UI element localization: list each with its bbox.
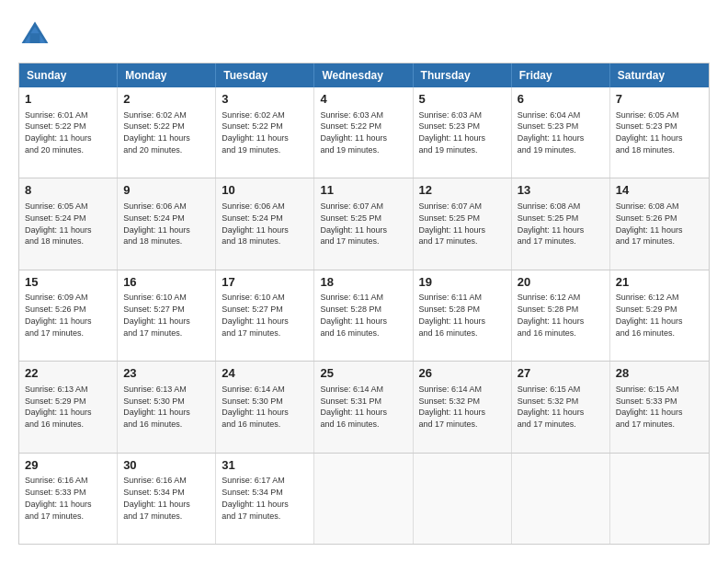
day-number: 30 (123, 457, 210, 474)
day-number: 15 (25, 274, 111, 291)
day-number: 10 (222, 182, 308, 199)
day-number: 24 (222, 365, 308, 382)
calendar-cell: 1Sunrise: 6:01 AM Sunset: 5:22 PM Daylig… (19, 87, 118, 178)
day-number: 9 (123, 182, 210, 199)
calendar-cell: 18Sunrise: 6:11 AM Sunset: 5:28 PM Dayli… (314, 270, 413, 361)
empty-cell (314, 454, 413, 544)
day-info: Sunrise: 6:16 AM Sunset: 5:33 PM Dayligh… (25, 476, 92, 520)
calendar-cell: 4Sunrise: 6:03 AM Sunset: 5:22 PM Daylig… (314, 87, 413, 178)
empty-cell (512, 454, 610, 544)
day-number: 27 (518, 365, 604, 382)
day-info: Sunrise: 6:06 AM Sunset: 5:24 PM Dayligh… (222, 201, 289, 246)
calendar-cell: 12Sunrise: 6:07 AM Sunset: 5:25 PM Dayli… (414, 178, 512, 269)
calendar-row: 1Sunrise: 6:01 AM Sunset: 5:22 PM Daylig… (19, 87, 709, 178)
svg-rect-2 (30, 33, 40, 43)
calendar-cell: 25Sunrise: 6:14 AM Sunset: 5:31 PM Dayli… (314, 362, 413, 452)
day-number: 25 (320, 365, 406, 382)
day-info: Sunrise: 6:15 AM Sunset: 5:32 PM Dayligh… (518, 385, 585, 429)
day-info: Sunrise: 6:07 AM Sunset: 5:25 PM Dayligh… (419, 201, 486, 246)
day-number: 17 (222, 274, 308, 291)
day-info: Sunrise: 6:02 AM Sunset: 5:22 PM Dayligh… (123, 110, 190, 155)
day-number: 20 (518, 274, 604, 291)
header-day: Thursday (414, 63, 512, 87)
calendar-cell: 21Sunrise: 6:12 AM Sunset: 5:29 PM Dayli… (610, 270, 709, 361)
day-info: Sunrise: 6:02 AM Sunset: 5:22 PM Dayligh… (222, 110, 289, 155)
day-number: 5 (419, 91, 506, 108)
day-number: 26 (419, 365, 506, 382)
day-info: Sunrise: 6:11 AM Sunset: 5:28 PM Dayligh… (419, 293, 486, 337)
calendar-cell: 3Sunrise: 6:02 AM Sunset: 5:22 PM Daylig… (216, 87, 314, 178)
calendar-cell: 13Sunrise: 6:08 AM Sunset: 5:25 PM Dayli… (512, 178, 610, 269)
day-info: Sunrise: 6:07 AM Sunset: 5:25 PM Dayligh… (320, 201, 387, 246)
day-info: Sunrise: 6:12 AM Sunset: 5:29 PM Dayligh… (616, 293, 683, 337)
day-number: 29 (25, 457, 111, 474)
day-number: 7 (616, 91, 703, 108)
day-info: Sunrise: 6:06 AM Sunset: 5:24 PM Dayligh… (123, 201, 190, 246)
day-info: Sunrise: 6:05 AM Sunset: 5:24 PM Dayligh… (25, 201, 92, 246)
calendar-row: 22Sunrise: 6:13 AM Sunset: 5:29 PM Dayli… (19, 361, 709, 452)
day-number: 18 (320, 274, 406, 291)
day-info: Sunrise: 6:13 AM Sunset: 5:30 PM Dayligh… (123, 385, 190, 429)
calendar-cell: 7Sunrise: 6:05 AM Sunset: 5:23 PM Daylig… (610, 87, 709, 178)
day-info: Sunrise: 6:12 AM Sunset: 5:28 PM Dayligh… (518, 293, 585, 337)
calendar-cell: 29Sunrise: 6:16 AM Sunset: 5:33 PM Dayli… (19, 454, 118, 544)
day-info: Sunrise: 6:09 AM Sunset: 5:26 PM Dayligh… (25, 293, 92, 337)
day-number: 12 (419, 182, 506, 199)
day-info: Sunrise: 6:03 AM Sunset: 5:22 PM Dayligh… (320, 110, 387, 155)
calendar-cell: 9Sunrise: 6:06 AM Sunset: 5:24 PM Daylig… (118, 178, 216, 269)
empty-cell (610, 454, 709, 544)
day-info: Sunrise: 6:15 AM Sunset: 5:33 PM Dayligh… (616, 385, 683, 429)
day-info: Sunrise: 6:03 AM Sunset: 5:23 PM Dayligh… (419, 110, 486, 155)
day-info: Sunrise: 6:14 AM Sunset: 5:32 PM Dayligh… (419, 385, 486, 429)
calendar: SundayMondayTuesdayWednesdayThursdayFrid… (18, 63, 710, 545)
calendar-cell: 22Sunrise: 6:13 AM Sunset: 5:29 PM Dayli… (19, 362, 118, 452)
calendar-cell: 15Sunrise: 6:09 AM Sunset: 5:26 PM Dayli… (19, 270, 118, 361)
day-number: 2 (123, 91, 210, 108)
header-day: Wednesday (314, 63, 413, 87)
header-day: Tuesday (216, 63, 314, 87)
day-info: Sunrise: 6:14 AM Sunset: 5:30 PM Dayligh… (222, 385, 289, 429)
header (18, 18, 710, 52)
calendar-cell: 11Sunrise: 6:07 AM Sunset: 5:25 PM Dayli… (314, 178, 413, 269)
calendar-cell: 17Sunrise: 6:10 AM Sunset: 5:27 PM Dayli… (216, 270, 314, 361)
calendar-row: 29Sunrise: 6:16 AM Sunset: 5:33 PM Dayli… (19, 453, 709, 544)
day-number: 6 (518, 91, 604, 108)
day-info: Sunrise: 6:08 AM Sunset: 5:25 PM Dayligh… (518, 201, 585, 246)
calendar-cell: 24Sunrise: 6:14 AM Sunset: 5:30 PM Dayli… (216, 362, 314, 452)
calendar-cell: 30Sunrise: 6:16 AM Sunset: 5:34 PM Dayli… (118, 454, 216, 544)
day-info: Sunrise: 6:01 AM Sunset: 5:22 PM Dayligh… (25, 110, 92, 155)
page: SundayMondayTuesdayWednesdayThursdayFrid… (0, 0, 728, 563)
calendar-cell: 28Sunrise: 6:15 AM Sunset: 5:33 PM Dayli… (610, 362, 709, 452)
header-day: Monday (118, 63, 216, 87)
day-info: Sunrise: 6:05 AM Sunset: 5:23 PM Dayligh… (616, 110, 683, 155)
calendar-row: 15Sunrise: 6:09 AM Sunset: 5:26 PM Dayli… (19, 270, 709, 361)
day-info: Sunrise: 6:08 AM Sunset: 5:26 PM Dayligh… (616, 201, 683, 246)
day-info: Sunrise: 6:11 AM Sunset: 5:28 PM Dayligh… (320, 293, 387, 337)
day-number: 1 (25, 91, 111, 108)
calendar-cell: 19Sunrise: 6:11 AM Sunset: 5:28 PM Dayli… (414, 270, 512, 361)
calendar-cell: 31Sunrise: 6:17 AM Sunset: 5:34 PM Dayli… (216, 454, 314, 544)
empty-cell (414, 454, 512, 544)
day-number: 23 (123, 365, 210, 382)
day-number: 28 (616, 365, 703, 382)
calendar-cell: 2Sunrise: 6:02 AM Sunset: 5:22 PM Daylig… (118, 87, 216, 178)
day-info: Sunrise: 6:14 AM Sunset: 5:31 PM Dayligh… (320, 385, 387, 429)
calendar-body: 1Sunrise: 6:01 AM Sunset: 5:22 PM Daylig… (19, 87, 709, 544)
day-number: 3 (222, 91, 308, 108)
day-number: 22 (25, 365, 111, 382)
day-info: Sunrise: 6:04 AM Sunset: 5:23 PM Dayligh… (518, 110, 585, 155)
logo (18, 18, 55, 52)
day-info: Sunrise: 6:10 AM Sunset: 5:27 PM Dayligh… (222, 293, 289, 337)
day-info: Sunrise: 6:10 AM Sunset: 5:27 PM Dayligh… (123, 293, 190, 337)
header-day: Friday (512, 63, 610, 87)
day-number: 11 (320, 182, 406, 199)
day-number: 13 (518, 182, 604, 199)
calendar-cell: 10Sunrise: 6:06 AM Sunset: 5:24 PM Dayli… (216, 178, 314, 269)
calendar-cell: 5Sunrise: 6:03 AM Sunset: 5:23 PM Daylig… (414, 87, 512, 178)
day-info: Sunrise: 6:16 AM Sunset: 5:34 PM Dayligh… (123, 476, 190, 520)
calendar-cell: 20Sunrise: 6:12 AM Sunset: 5:28 PM Dayli… (512, 270, 610, 361)
header-day: Saturday (610, 63, 709, 87)
calendar-header: SundayMondayTuesdayWednesdayThursdayFrid… (19, 63, 709, 87)
day-number: 4 (320, 91, 406, 108)
day-number: 16 (123, 274, 210, 291)
